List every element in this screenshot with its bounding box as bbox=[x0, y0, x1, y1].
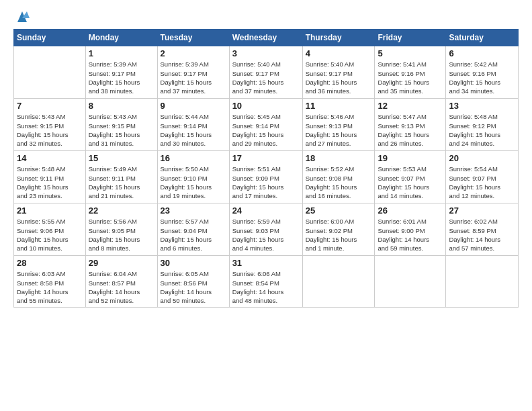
day-info: Sunrise: 5:56 AM Sunset: 9:05 PM Dayligh… bbox=[89, 217, 154, 253]
day-cell: 11Sunrise: 5:46 AM Sunset: 9:13 PM Dayli… bbox=[302, 99, 375, 151]
day-cell: 28Sunrise: 6:03 AM Sunset: 8:58 PM Dayli… bbox=[14, 256, 86, 308]
day-number: 6 bbox=[449, 48, 515, 58]
day-number: 5 bbox=[378, 48, 443, 58]
day-number: 16 bbox=[161, 153, 226, 163]
day-number: 1 bbox=[89, 48, 154, 58]
day-cell: 12Sunrise: 5:47 AM Sunset: 9:13 PM Dayli… bbox=[375, 99, 446, 151]
day-cell: 2Sunrise: 5:39 AM Sunset: 9:17 PM Daylig… bbox=[157, 46, 229, 99]
day-number: 24 bbox=[232, 205, 300, 216]
day-number: 22 bbox=[89, 205, 154, 216]
day-number: 20 bbox=[449, 153, 515, 163]
column-header-friday: Friday bbox=[375, 30, 446, 46]
day-cell: 17Sunrise: 5:51 AM Sunset: 9:09 PM Dayli… bbox=[229, 151, 302, 203]
week-row-4: 21Sunrise: 5:55 AM Sunset: 9:06 PM Dayli… bbox=[14, 203, 519, 256]
column-header-wednesday: Wednesday bbox=[229, 30, 302, 46]
page-container: SundayMondayTuesdayWednesdayThursdayFrid… bbox=[0, 0, 532, 314]
day-info: Sunrise: 5:43 AM Sunset: 9:15 PM Dayligh… bbox=[17, 112, 83, 148]
day-cell: 24Sunrise: 5:59 AM Sunset: 9:03 PM Dayli… bbox=[229, 203, 302, 256]
day-info: Sunrise: 5:52 AM Sunset: 9:08 PM Dayligh… bbox=[306, 165, 372, 200]
logo bbox=[13, 10, 30, 24]
day-info: Sunrise: 5:40 AM Sunset: 9:17 PM Dayligh… bbox=[306, 60, 372, 95]
day-number: 12 bbox=[378, 101, 443, 111]
column-header-saturday: Saturday bbox=[446, 30, 519, 46]
week-row-5: 28Sunrise: 6:03 AM Sunset: 8:58 PM Dayli… bbox=[14, 256, 519, 308]
day-cell: 27Sunrise: 6:02 AM Sunset: 8:59 PM Dayli… bbox=[446, 203, 519, 256]
day-number: 27 bbox=[449, 205, 515, 216]
day-number: 28 bbox=[17, 258, 83, 268]
day-info: Sunrise: 5:57 AM Sunset: 9:04 PM Dayligh… bbox=[161, 217, 226, 253]
day-info: Sunrise: 6:05 AM Sunset: 8:56 PM Dayligh… bbox=[161, 269, 226, 305]
day-cell: 14Sunrise: 5:48 AM Sunset: 9:11 PM Dayli… bbox=[14, 151, 86, 203]
day-cell: 3Sunrise: 5:40 AM Sunset: 9:17 PM Daylig… bbox=[229, 46, 302, 99]
column-header-thursday: Thursday bbox=[302, 30, 375, 46]
column-header-monday: Monday bbox=[85, 30, 157, 46]
day-cell bbox=[375, 256, 446, 308]
header bbox=[13, 10, 519, 24]
day-cell: 21Sunrise: 5:55 AM Sunset: 9:06 PM Dayli… bbox=[14, 203, 86, 256]
day-number: 18 bbox=[306, 153, 372, 163]
day-info: Sunrise: 5:59 AM Sunset: 9:03 PM Dayligh… bbox=[232, 217, 300, 253]
day-cell: 29Sunrise: 6:04 AM Sunset: 8:57 PM Dayli… bbox=[85, 256, 157, 308]
day-number: 10 bbox=[232, 101, 300, 111]
day-cell: 13Sunrise: 5:48 AM Sunset: 9:12 PM Dayli… bbox=[446, 99, 519, 151]
day-cell: 1Sunrise: 5:39 AM Sunset: 9:17 PM Daylig… bbox=[85, 46, 157, 99]
day-info: Sunrise: 5:39 AM Sunset: 9:17 PM Dayligh… bbox=[161, 60, 226, 95]
day-number: 7 bbox=[17, 101, 83, 111]
day-cell: 4Sunrise: 5:40 AM Sunset: 9:17 PM Daylig… bbox=[302, 46, 375, 99]
day-number: 11 bbox=[306, 101, 372, 111]
day-info: Sunrise: 5:42 AM Sunset: 9:16 PM Dayligh… bbox=[449, 60, 515, 95]
day-info: Sunrise: 6:04 AM Sunset: 8:57 PM Dayligh… bbox=[89, 269, 154, 305]
column-header-tuesday: Tuesday bbox=[157, 30, 229, 46]
day-cell: 31Sunrise: 6:06 AM Sunset: 8:54 PM Dayli… bbox=[229, 256, 302, 308]
day-info: Sunrise: 6:02 AM Sunset: 8:59 PM Dayligh… bbox=[449, 217, 515, 253]
day-cell: 15Sunrise: 5:49 AM Sunset: 9:11 PM Dayli… bbox=[85, 151, 157, 203]
day-cell: 6Sunrise: 5:42 AM Sunset: 9:16 PM Daylig… bbox=[446, 46, 519, 99]
day-cell: 25Sunrise: 6:00 AM Sunset: 9:02 PM Dayli… bbox=[302, 203, 375, 256]
day-info: Sunrise: 5:48 AM Sunset: 9:11 PM Dayligh… bbox=[17, 165, 83, 200]
day-number: 4 bbox=[306, 48, 372, 58]
day-cell: 26Sunrise: 6:01 AM Sunset: 9:00 PM Dayli… bbox=[375, 203, 446, 256]
day-number: 25 bbox=[306, 205, 372, 216]
day-info: Sunrise: 5:54 AM Sunset: 9:07 PM Dayligh… bbox=[449, 165, 515, 200]
day-cell bbox=[14, 46, 86, 99]
day-info: Sunrise: 6:01 AM Sunset: 9:00 PM Dayligh… bbox=[378, 217, 443, 253]
day-info: Sunrise: 6:00 AM Sunset: 9:02 PM Dayligh… bbox=[306, 217, 372, 253]
column-header-sunday: Sunday bbox=[14, 30, 86, 46]
day-info: Sunrise: 6:06 AM Sunset: 8:54 PM Dayligh… bbox=[232, 269, 300, 305]
day-info: Sunrise: 5:51 AM Sunset: 9:09 PM Dayligh… bbox=[232, 165, 300, 200]
day-info: Sunrise: 5:43 AM Sunset: 9:15 PM Dayligh… bbox=[89, 112, 154, 148]
day-number: 31 bbox=[232, 258, 300, 268]
day-cell: 22Sunrise: 5:56 AM Sunset: 9:05 PM Dayli… bbox=[85, 203, 157, 256]
week-row-3: 14Sunrise: 5:48 AM Sunset: 9:11 PM Dayli… bbox=[14, 151, 519, 203]
day-cell bbox=[446, 256, 519, 308]
day-cell: 16Sunrise: 5:50 AM Sunset: 9:10 PM Dayli… bbox=[157, 151, 229, 203]
week-row-2: 7Sunrise: 5:43 AM Sunset: 9:15 PM Daylig… bbox=[14, 99, 519, 151]
day-cell: 20Sunrise: 5:54 AM Sunset: 9:07 PM Dayli… bbox=[446, 151, 519, 203]
day-cell: 5Sunrise: 5:41 AM Sunset: 9:16 PM Daylig… bbox=[375, 46, 446, 99]
day-number: 2 bbox=[161, 48, 226, 58]
day-info: Sunrise: 5:46 AM Sunset: 9:13 PM Dayligh… bbox=[306, 112, 372, 148]
day-info: Sunrise: 5:45 AM Sunset: 9:14 PM Dayligh… bbox=[232, 112, 300, 148]
day-cell: 30Sunrise: 6:05 AM Sunset: 8:56 PM Dayli… bbox=[157, 256, 229, 308]
day-cell: 19Sunrise: 5:53 AM Sunset: 9:07 PM Dayli… bbox=[375, 151, 446, 203]
calendar-header-row: SundayMondayTuesdayWednesdayThursdayFrid… bbox=[14, 30, 519, 46]
day-info: Sunrise: 5:48 AM Sunset: 9:12 PM Dayligh… bbox=[449, 112, 515, 148]
day-number: 15 bbox=[89, 153, 154, 163]
day-number: 3 bbox=[232, 48, 300, 58]
day-info: Sunrise: 5:55 AM Sunset: 9:06 PM Dayligh… bbox=[17, 217, 83, 253]
day-number: 14 bbox=[17, 153, 83, 163]
day-info: Sunrise: 5:40 AM Sunset: 9:17 PM Dayligh… bbox=[232, 60, 300, 95]
logo-icon bbox=[15, 10, 30, 24]
week-row-1: 1Sunrise: 5:39 AM Sunset: 9:17 PM Daylig… bbox=[14, 46, 519, 99]
day-info: Sunrise: 5:39 AM Sunset: 9:17 PM Dayligh… bbox=[89, 60, 154, 95]
day-cell: 23Sunrise: 5:57 AM Sunset: 9:04 PM Dayli… bbox=[157, 203, 229, 256]
day-info: Sunrise: 5:41 AM Sunset: 9:16 PM Dayligh… bbox=[378, 60, 443, 95]
day-number: 21 bbox=[17, 205, 83, 216]
day-info: Sunrise: 6:03 AM Sunset: 8:58 PM Dayligh… bbox=[17, 269, 83, 305]
day-cell: 7Sunrise: 5:43 AM Sunset: 9:15 PM Daylig… bbox=[14, 99, 86, 151]
day-cell: 9Sunrise: 5:44 AM Sunset: 9:14 PM Daylig… bbox=[157, 99, 229, 151]
day-cell bbox=[302, 256, 375, 308]
day-cell: 18Sunrise: 5:52 AM Sunset: 9:08 PM Dayli… bbox=[302, 151, 375, 203]
day-number: 23 bbox=[161, 205, 226, 216]
day-cell: 8Sunrise: 5:43 AM Sunset: 9:15 PM Daylig… bbox=[85, 99, 157, 151]
